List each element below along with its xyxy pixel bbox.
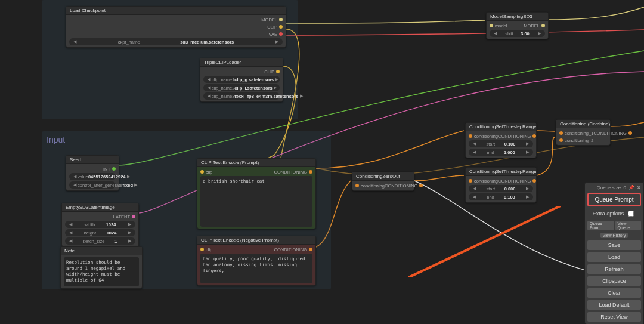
load-default-button[interactable]: Load Default bbox=[587, 300, 641, 310]
out-model-label: MODEL bbox=[524, 23, 540, 29]
ckpt-name-widget[interactable]: ◀ckpt_namesd3_medium.safetensors▶ bbox=[69, 38, 283, 45]
out-cond-label: CONDITIONING bbox=[274, 247, 307, 252]
node-cond-timestep-2[interactable]: ConditioningSetTimestepRange conditionin… bbox=[465, 167, 537, 203]
svg-line-0 bbox=[408, 206, 561, 277]
note-text: Resolution should be around 1 megapixel … bbox=[64, 257, 139, 286]
dot-latent-icon[interactable] bbox=[132, 215, 135, 218]
refresh-button[interactable]: Refresh bbox=[587, 264, 641, 274]
node-title[interactable]: Load Checkpoint bbox=[66, 7, 286, 15]
node-title[interactable]: CLIP Text Encode (Prompt) bbox=[197, 159, 315, 167]
ts2-start-widget[interactable]: ◀start0.000▶ bbox=[469, 185, 533, 192]
dot-cond-icon[interactable] bbox=[355, 184, 359, 187]
in-clip-label: clip bbox=[206, 247, 212, 252]
seed-control-widget[interactable]: ◀control_after_generatefixed▶ bbox=[69, 181, 116, 189]
dot-cond-icon[interactable] bbox=[532, 179, 536, 183]
view-history-button[interactable]: View History bbox=[600, 233, 628, 238]
node-clip-neg-prompt[interactable]: CLIP Text Encode (Negative Prompt) clipC… bbox=[197, 236, 316, 286]
clip3-widget[interactable]: ◀clip_name3t5xxl_fp8_e4m3fn.safetensors▶ bbox=[203, 92, 280, 100]
view-queue-button[interactable]: View Queue bbox=[615, 221, 641, 230]
dot-cond-icon[interactable] bbox=[419, 184, 423, 187]
in-cond-label: conditioning bbox=[361, 183, 385, 189]
node-cond-zero-out[interactable]: ConditioningZeroOut conditioningCONDITIO… bbox=[352, 172, 414, 191]
ts2-end-widget[interactable]: ◀end0.100▶ bbox=[469, 193, 533, 200]
ts1-end-widget[interactable]: ◀end1.000▶ bbox=[469, 149, 533, 156]
annotation-arrow-icon bbox=[408, 206, 569, 277]
dot-cond-icon[interactable] bbox=[559, 131, 563, 135]
in-cond1-label: conditioning_1 bbox=[565, 131, 593, 136]
width-widget[interactable]: ◀width1024▶ bbox=[65, 221, 135, 228]
node-title[interactable]: ConditioningSetTimestepRange bbox=[466, 168, 536, 176]
node-cond-combine[interactable]: Conditioning (Combine) conditioning_1CON… bbox=[556, 119, 611, 146]
node-note[interactable]: Note Resolution should be around 1 megap… bbox=[60, 246, 143, 289]
node-model-sampling[interactable]: ModelSamplingSD3 modelMODEL ◀shift3.00▶ bbox=[486, 12, 549, 39]
batch-widget[interactable]: ◀batch_size1▶ bbox=[65, 237, 135, 245]
node-title[interactable]: Note bbox=[61, 247, 142, 255]
in-cond-label: conditioning bbox=[474, 134, 498, 139]
clipspace-button[interactable]: Clipspace bbox=[587, 276, 641, 286]
extra-options-checkbox[interactable] bbox=[628, 211, 634, 217]
out-latent-label: LATENT bbox=[113, 214, 130, 220]
ts1-start-widget[interactable]: ◀start0.100▶ bbox=[469, 140, 533, 147]
node-title[interactable]: Conditioning (Combine) bbox=[556, 120, 610, 128]
node-title[interactable]: ConditioningZeroOut bbox=[352, 172, 414, 181]
dot-model-icon[interactable] bbox=[490, 24, 493, 27]
save-button[interactable]: Save bbox=[587, 240, 641, 250]
out-clip-label: CLIP bbox=[267, 24, 277, 30]
reset-view-button[interactable]: Reset View bbox=[587, 312, 641, 322]
node-seed[interactable]: Seed INT ◀value045512652412924▶ ◀control… bbox=[66, 155, 119, 191]
queue-size-label: Queue size: 0 bbox=[597, 185, 626, 190]
node-clip-prompt[interactable]: CLIP Text Encode (Prompt) clipCONDITIONI… bbox=[197, 158, 316, 229]
queue-prompt-button[interactable]: Queue Prompt bbox=[587, 193, 641, 206]
node-empty-latent[interactable]: EmptySD3LatentImage LATENT ◀width1024▶ ◀… bbox=[61, 203, 139, 247]
height-widget[interactable]: ◀height1024▶ bbox=[65, 229, 135, 236]
dot-cond-icon[interactable] bbox=[469, 179, 472, 183]
node-title[interactable]: EmptySD3LatentImage bbox=[62, 203, 138, 212]
dot-cond-icon[interactable] bbox=[309, 170, 312, 174]
node-cond-timestep-1[interactable]: ConditioningSetTimestepRange conditionin… bbox=[465, 122, 537, 158]
pin-icon[interactable]: 📌 bbox=[628, 185, 634, 190]
queue-panel[interactable]: Queue size: 0 📌 ✕ Queue Prompt Extra opt… bbox=[584, 182, 644, 324]
neg-prompt-textbox[interactable]: bad quality, poor quality, disfigured, b… bbox=[200, 254, 312, 283]
out-clip-label: CLIP bbox=[264, 69, 274, 75]
out-cond-label: CONDITIONING bbox=[385, 183, 417, 189]
dot-int-icon[interactable] bbox=[112, 167, 116, 171]
load-button[interactable]: Load bbox=[587, 252, 641, 262]
close-icon[interactable]: ✕ bbox=[637, 185, 641, 190]
node-triple-clip[interactable]: TripleCLIPLoader CLIP ◀clip_name1clip_g.… bbox=[200, 58, 283, 102]
node-title[interactable]: TripleCLIPLoader bbox=[200, 58, 283, 67]
out-cond-label: CONDITIONING bbox=[498, 178, 531, 184]
prompt-textbox[interactable]: a british shorthair cat bbox=[200, 176, 312, 227]
shift-widget[interactable]: ◀shift3.00▶ bbox=[490, 30, 545, 37]
in-cond2-label: conditioning_2 bbox=[565, 138, 593, 143]
dot-model-icon[interactable] bbox=[279, 18, 283, 21]
node-title[interactable]: ConditioningSetTimestepRange bbox=[466, 123, 536, 131]
dot-model-icon[interactable] bbox=[541, 24, 545, 27]
dot-cond-icon[interactable] bbox=[532, 134, 536, 138]
in-cond-label: conditioning bbox=[474, 178, 498, 184]
clear-button[interactable]: Clear bbox=[587, 288, 641, 298]
out-int-label: INT bbox=[103, 166, 110, 172]
out-cond-label: CONDITIONING bbox=[274, 169, 307, 175]
node-title[interactable]: CLIP Text Encode (Negative Prompt) bbox=[197, 236, 315, 245]
dot-clip-icon[interactable] bbox=[276, 70, 280, 73]
seed-value-widget[interactable]: ◀value045512652412924▶ bbox=[69, 173, 116, 180]
node-title[interactable]: ModelSamplingSD3 bbox=[487, 13, 548, 21]
dot-cond-icon[interactable] bbox=[559, 138, 563, 142]
node-load-checkpoint[interactable]: Load Checkpoint MODEL CLIP VAE ◀ckpt_nam… bbox=[66, 6, 286, 48]
dot-cond-icon[interactable] bbox=[628, 131, 632, 135]
in-model-label: model bbox=[495, 23, 507, 29]
dot-cond-icon[interactable] bbox=[309, 248, 312, 251]
dot-clip-icon[interactable] bbox=[200, 170, 204, 174]
out-cond-label: CONDITIONING bbox=[593, 131, 626, 136]
node-title[interactable]: Seed bbox=[66, 156, 119, 164]
out-vae-label: VAE bbox=[269, 32, 277, 37]
queue-front-button[interactable]: Queue Front bbox=[587, 221, 614, 230]
clip2-widget[interactable]: ◀clip_name2clip_l.safetensors▶ bbox=[203, 84, 280, 91]
in-clip-label: clip bbox=[206, 169, 212, 175]
clip1-widget[interactable]: ◀clip_name1clip_g.safetensors▶ bbox=[203, 76, 280, 83]
dot-cond-icon[interactable] bbox=[469, 134, 472, 138]
dot-vae-icon[interactable] bbox=[279, 32, 283, 36]
group-input-label: Input bbox=[47, 135, 65, 144]
dot-clip-icon[interactable] bbox=[279, 25, 283, 29]
dot-clip-icon[interactable] bbox=[200, 248, 204, 251]
